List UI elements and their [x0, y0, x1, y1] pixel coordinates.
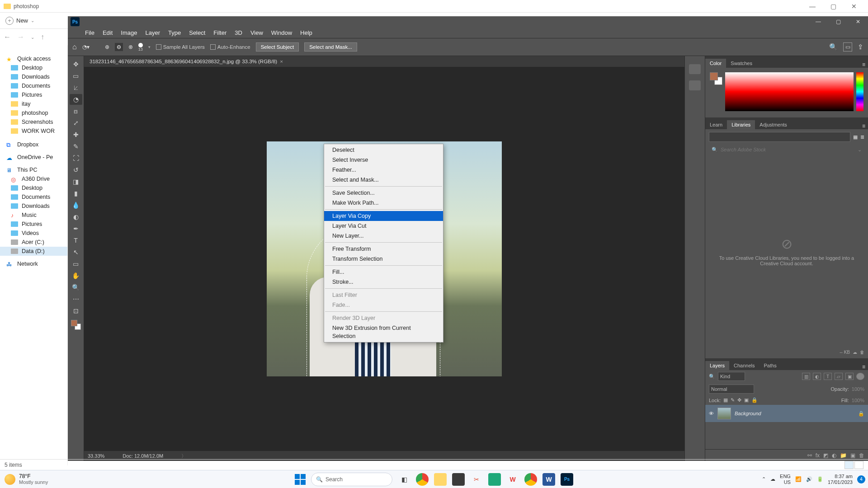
ctx-new-3d-extrusion[interactable]: New 3D Extrusion from Current Selection: [324, 323, 443, 341]
sidebar-item-desktop[interactable]: Desktop: [0, 63, 67, 72]
heal-tool-icon[interactable]: ✚: [70, 129, 82, 140]
hand-tool-icon[interactable]: ✋: [70, 270, 82, 281]
lock-transparency-icon[interactable]: ▦: [723, 397, 728, 403]
group-icon[interactable]: 📁: [840, 452, 847, 459]
tab-swatches[interactable]: Swatches: [726, 59, 757, 68]
ctx-fill[interactable]: Fill...: [324, 267, 443, 277]
menu-window[interactable]: Window: [271, 29, 292, 36]
pen-tool-icon[interactable]: ✒: [70, 223, 82, 234]
ctx-layer-via-cut[interactable]: Layer Via Cut: [324, 221, 443, 231]
move-tool-icon[interactable]: ✥: [70, 59, 82, 70]
ctx-new-layer[interactable]: New Layer...: [324, 231, 443, 241]
chrome-icon[interactable]: [416, 473, 429, 486]
doc-info-chevron-icon[interactable]: 〉: [181, 453, 186, 460]
eraser-tool-icon[interactable]: ◨: [70, 176, 82, 187]
panel-menu-icon[interactable]: ≡: [859, 123, 868, 129]
filter-pixel-icon[interactable]: ▥: [802, 373, 810, 380]
search-icon[interactable]: 🔍: [829, 43, 838, 51]
sidebar-item-acer-c[interactable]: Acer (C:): [0, 238, 67, 247]
stamp-tool-icon[interactable]: ⛶: [70, 153, 82, 164]
eyedropper-tool-icon[interactable]: ⤢: [70, 117, 82, 128]
start-button[interactable]: [295, 474, 306, 485]
layer-background[interactable]: 👁 Background 🔒: [705, 405, 868, 422]
ctx-stroke[interactable]: Stroke...: [324, 277, 443, 287]
explorer-icon[interactable]: [434, 473, 447, 486]
new-layer-icon[interactable]: ▣: [850, 452, 855, 459]
up-button[interactable]: ↑: [41, 33, 44, 41]
forward-button[interactable]: →: [17, 33, 24, 41]
filter-type-icon[interactable]: T: [824, 373, 832, 380]
task-view-icon[interactable]: ◧: [398, 473, 410, 486]
filter-shape-icon[interactable]: ▱: [835, 373, 843, 380]
chrome2-icon[interactable]: [524, 473, 537, 486]
gradient-tool-icon[interactable]: ▮: [70, 188, 82, 199]
sidebar-item-pc-downloads[interactable]: Downloads: [0, 202, 67, 211]
auto-enhance-checkbox[interactable]: Auto-Enhance: [210, 44, 250, 50]
sidebar-item-documents[interactable]: Documents: [0, 81, 67, 90]
new-button[interactable]: + New ⌄: [5, 17, 34, 25]
tab-paths[interactable]: Paths: [760, 361, 781, 370]
sidebar-item-workwor[interactable]: WORK WOR: [0, 127, 67, 136]
history-chevron-icon[interactable]: ⌄: [31, 35, 34, 40]
canvas[interactable]: Deselect Select Inverse Feather... Selec…: [84, 67, 684, 451]
menu-type[interactable]: Type: [168, 29, 181, 36]
app-green-icon[interactable]: [488, 473, 501, 486]
sample-all-layers-checkbox[interactable]: Sample All Layers: [156, 44, 205, 50]
fill-value[interactable]: 100%: [852, 398, 864, 403]
sidebar-item-pictures[interactable]: Pictures: [0, 90, 67, 99]
word-icon[interactable]: W: [542, 473, 555, 486]
ctx-feather[interactable]: Feather...: [324, 165, 443, 175]
sidebar-item-pc-pictures[interactable]: Pictures: [0, 220, 67, 229]
sidebar-item-onedrive[interactable]: ☁OneDrive - Pe: [0, 153, 67, 162]
wifi-icon[interactable]: 📶: [795, 476, 802, 482]
type-tool-icon[interactable]: T: [70, 235, 82, 246]
menu-image[interactable]: Image: [121, 29, 137, 36]
panel-menu-icon[interactable]: ≡: [859, 61, 868, 68]
lang1[interactable]: ENG: [780, 474, 791, 479]
snipping-tool-icon[interactable]: ✂: [470, 473, 483, 486]
properties-panel-icon[interactable]: [689, 80, 701, 90]
sidebar-item-photoshop[interactable]: photoshop: [0, 108, 67, 117]
select-subject-button[interactable]: Select Subject: [256, 42, 299, 52]
path-select-tool-icon[interactable]: ↖: [70, 247, 82, 258]
share-icon[interactable]: ⇪: [858, 43, 863, 51]
brush-tool-icon[interactable]: ✎: [70, 141, 82, 152]
workspace-icon[interactable]: ▭: [843, 42, 852, 52]
sidebar-item-data-d[interactable]: Data (D:): [0, 247, 67, 256]
quick-select-tool-icon[interactable]: ◔: [70, 94, 82, 105]
fx-icon[interactable]: fx: [816, 452, 820, 459]
back-button[interactable]: ←: [4, 33, 11, 41]
menu-file[interactable]: File: [85, 29, 94, 36]
tab-color[interactable]: Color: [705, 59, 726, 68]
sidebar-item-pc-music[interactable]: ♪Music: [0, 211, 67, 220]
grid-view-icon[interactable]: ▦: [853, 134, 858, 140]
tab-adjustments[interactable]: Adjustments: [755, 120, 792, 129]
menu-help[interactable]: Help: [300, 29, 312, 36]
ctx-select-inverse[interactable]: Select Inverse: [324, 155, 443, 165]
dodge-tool-icon[interactable]: ◐: [70, 211, 82, 222]
blur-tool-icon[interactable]: 💧: [70, 200, 82, 211]
history-panel-icon[interactable]: [689, 64, 701, 74]
menu-view[interactable]: View: [250, 29, 263, 36]
weather-widget[interactable]: 78°F Mostly sunny: [0, 474, 52, 485]
ps-maximize-button[interactable]: ▢: [828, 19, 848, 25]
battery-icon[interactable]: 🔋: [817, 476, 823, 482]
sidebar-item-pc-documents[interactable]: Documents: [0, 192, 67, 202]
more-tools-icon[interactable]: ⋯: [70, 294, 82, 305]
filter-smart-icon[interactable]: ▣: [845, 373, 854, 380]
tab-libraries[interactable]: Libraries: [727, 120, 755, 129]
delete-layer-icon[interactable]: 🗑: [859, 452, 864, 459]
clock-time[interactable]: 8:37 am: [828, 474, 853, 479]
menu-layer[interactable]: Layer: [146, 29, 160, 36]
ctx-make-work-path[interactable]: Make Work Path...: [324, 198, 443, 208]
mask-icon[interactable]: ◩: [823, 452, 828, 459]
menu-edit[interactable]: Edit: [103, 29, 113, 36]
onedrive-tray-icon[interactable]: ☁: [770, 476, 775, 482]
color-swatch[interactable]: [710, 72, 722, 85]
notification-badge[interactable]: 4: [857, 475, 865, 483]
filter-kind-select[interactable]: Kind: [718, 372, 745, 381]
home-icon[interactable]: ⌂: [72, 43, 77, 51]
select-and-mask-button[interactable]: Select and Mask...: [304, 42, 357, 52]
panel-menu-icon[interactable]: ≡: [859, 364, 868, 370]
library-search[interactable]: 🔍 Search Adobe Stock ⌄: [709, 145, 864, 155]
